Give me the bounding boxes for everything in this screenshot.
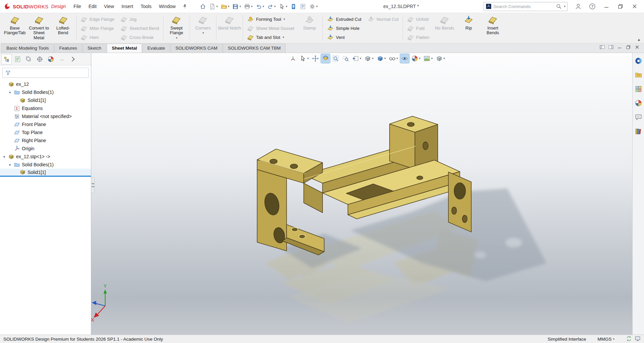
- viewport-settings-button[interactable]: ▾: [435, 54, 446, 63]
- tab-features[interactable]: Features: [54, 44, 82, 53]
- pane-splitter-handle[interactable]: ●●●●: [91, 177, 95, 193]
- zoom-to-fit-button[interactable]: [331, 54, 340, 63]
- reference-triad-button[interactable]: [288, 54, 297, 63]
- menu-insert[interactable]: Insert: [118, 1, 137, 11]
- edit-appearance-button[interactable]: ▾: [410, 54, 422, 63]
- graphics-viewport[interactable]: Y Z X ▾▾▾▾▾▾▾▾ ●●●●: [91, 53, 632, 335]
- tree-item-origin[interactable]: Origin: [0, 145, 91, 153]
- undo-button[interactable]: ▾: [255, 2, 265, 11]
- zoom-to-area-button[interactable]: [341, 54, 350, 63]
- tree-item-ex-12-stp-1[interactable]: ▾ex_12.stp<1> ->: [0, 153, 91, 161]
- tab-solidworks-cam[interactable]: SOLIDWORKS CAM: [170, 44, 222, 53]
- display-style-button[interactable]: ▾: [376, 54, 387, 63]
- menu-tools[interactable]: Tools: [137, 1, 155, 11]
- home-button[interactable]: [199, 2, 207, 11]
- filter-input[interactable]: [13, 70, 86, 75]
- tree-item-equations[interactable]: ΣEquations: [0, 104, 91, 112]
- displaymanager-tab[interactable]: [46, 54, 56, 64]
- status-display-button[interactable]: [635, 336, 641, 343]
- pane-overflow[interactable]: …: [57, 54, 67, 64]
- select-button[interactable]: ▾: [278, 2, 289, 11]
- tree-expand-icon[interactable]: ▾: [8, 91, 12, 94]
- insert-bends-button[interactable]: Insert Bends: [481, 14, 505, 36]
- new-document-button[interactable]: ▾: [208, 2, 219, 11]
- menu-edit[interactable]: Edit: [85, 1, 100, 11]
- document-close-button[interactable]: [634, 44, 640, 51]
- user-account-button[interactable]: [572, 2, 584, 11]
- tree-item-right-plane[interactable]: Right Plane: [0, 136, 91, 145]
- design-library-button[interactable]: [635, 71, 642, 80]
- search-dropdown-caret-icon[interactable]: ▾: [564, 5, 565, 8]
- base-flange-tab-button[interactable]: Base Flange/Tab: [3, 14, 27, 36]
- graphics-area[interactable]: Y Z X: [91, 53, 632, 335]
- lofted-bend-button[interactable]: Lofted-Bend: [51, 14, 75, 36]
- menu-file[interactable]: File: [70, 1, 85, 11]
- tree-item-solid-bodies-1[interactable]: ▾Solid Bodies(1): [0, 88, 91, 96]
- tree-expand-icon[interactable]: ▾: [8, 163, 12, 167]
- 3dexperience-panel-button[interactable]: [635, 57, 642, 66]
- tree-item-solid1-1[interactable]: Solid1[1]: [0, 169, 91, 177]
- hide-show-items-button[interactable]: ▾: [388, 54, 399, 63]
- swept-flange-button[interactable]: Swept Flange▾: [164, 14, 189, 40]
- redo-button[interactable]: ▾: [266, 2, 277, 11]
- help-button[interactable]: ?: [586, 2, 598, 11]
- pane-expand[interactable]: [68, 54, 78, 64]
- view-orientation-button[interactable]: ▾: [363, 54, 375, 63]
- rip-button[interactable]: Rip: [456, 14, 481, 31]
- view-palette-button[interactable]: [635, 85, 642, 94]
- tab-sheet-metal[interactable]: Sheet Metal: [107, 44, 142, 53]
- print-button[interactable]: ▾: [243, 2, 254, 11]
- tree-expand-icon[interactable]: ▾: [2, 155, 6, 159]
- tree-item-ex-12[interactable]: ex_12: [0, 80, 91, 88]
- propertymanager-tab[interactable]: [12, 54, 23, 64]
- split-pane-left-button[interactable]: [599, 44, 605, 51]
- save-button[interactable]: ▾: [231, 2, 242, 11]
- units-selector[interactable]: MMGS▾: [597, 337, 614, 342]
- search-scope-icon[interactable]: [486, 3, 492, 9]
- tree-item-solid-bodies-1[interactable]: ▾Solid Bodies(1): [0, 161, 91, 169]
- convert-to-sheet-metal-button[interactable]: Convert to Sheet Metal: [27, 14, 51, 41]
- document-minimize-button[interactable]: [617, 44, 623, 51]
- forming-tool-button[interactable]: Forming Tool▾: [244, 15, 297, 24]
- search-icon[interactable]: [556, 3, 562, 9]
- document-restore-button[interactable]: [626, 44, 631, 51]
- extruded-cut-button[interactable]: Extruded Cut: [324, 15, 364, 24]
- appearances-panel-button[interactable]: [635, 99, 642, 108]
- ribbon-collapse-button[interactable]: ▴: [638, 37, 640, 42]
- view-settings-button[interactable]: [400, 54, 409, 63]
- marketplace-button[interactable]: [289, 2, 298, 11]
- open-button[interactable]: ▾: [220, 2, 231, 11]
- previous-view-button[interactable]: ▾: [351, 54, 362, 63]
- tree-item-top-plane[interactable]: Top Plane: [0, 128, 91, 136]
- window-minimize-button[interactable]: [600, 2, 612, 11]
- tab-solidworks-cam-tbm[interactable]: SOLIDWORKS CAM TBM: [223, 44, 286, 53]
- pin-menu-icon[interactable]: [182, 3, 188, 9]
- tab-basic-modeling-tools[interactable]: Basic Modeling Tools: [1, 44, 54, 53]
- solidworks-resources-button[interactable]: [635, 127, 642, 136]
- sheet-properties-button[interactable]: [299, 2, 307, 11]
- options-button[interactable]: ▾: [308, 2, 319, 11]
- search-commands-input[interactable]: [493, 4, 554, 9]
- dimxpertmanager-tab[interactable]: [35, 54, 45, 64]
- tree-item-front-plane[interactable]: Front Plane: [0, 120, 91, 128]
- custom-properties-button[interactable]: [635, 113, 642, 122]
- featuremanager-tab[interactable]: [1, 54, 12, 64]
- tab-sketch[interactable]: Sketch: [83, 44, 106, 53]
- apply-scene-button[interactable]: ▾: [423, 54, 434, 63]
- tab-evaluate[interactable]: Evaluate: [142, 44, 170, 53]
- status-sync-button[interactable]: [626, 336, 632, 343]
- simple-hole-button[interactable]: Simple Hole: [324, 24, 364, 33]
- window-restore-button[interactable]: [614, 2, 627, 11]
- tree-item-solid1-1[interactable]: Solid1[1]: [0, 96, 91, 104]
- select-tool-button[interactable]: ▾: [298, 54, 310, 63]
- tree-item-material-not-specified[interactable]: Material <not specified>: [0, 112, 91, 120]
- rotate-view-button[interactable]: [321, 54, 330, 63]
- tab-and-slot-button[interactable]: Tab and Slot▾: [244, 33, 297, 42]
- simplified-interface-toggle[interactable]: Simplified Interface: [548, 337, 586, 342]
- pan-tool-button[interactable]: [311, 54, 320, 63]
- configurationmanager-tab[interactable]: [23, 54, 34, 64]
- menu-view[interactable]: View: [100, 1, 118, 11]
- window-close-button[interactable]: [629, 2, 641, 11]
- menu-window[interactable]: Window: [155, 1, 180, 11]
- split-pane-right-button[interactable]: [608, 44, 614, 51]
